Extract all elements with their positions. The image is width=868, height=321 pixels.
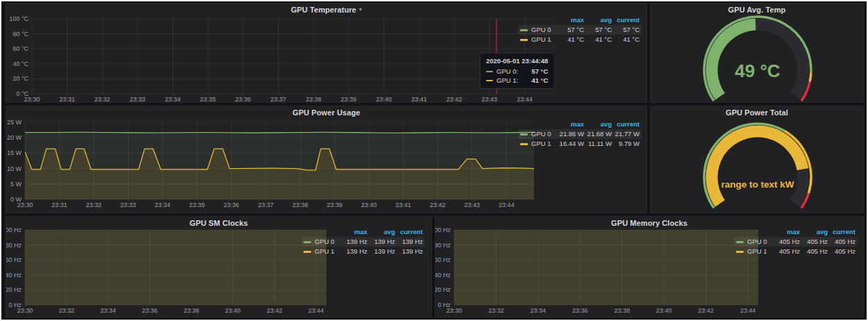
legend-value: 11.11 W [584, 140, 612, 147]
x-tick-label: 23:44 [499, 201, 515, 208]
series-color-dash [520, 39, 528, 41]
gpu-sm-clocks-chart[interactable]: 100 Hz80 Hz60 Hz40 Hz20 Hz0 Hz23:3023:32… [6, 217, 431, 317]
series-color-dash [303, 241, 311, 243]
legend-header-current[interactable]: current [612, 121, 640, 128]
y-tick-label: 40 Hz [435, 272, 451, 279]
legend-value: 405 Hz [772, 238, 800, 245]
tooltip-series-row: GPU 0:57 °C [486, 67, 548, 75]
x-tick-label: 23:41 [411, 96, 427, 103]
x-tick-label: 23:42 [267, 307, 283, 314]
legend-header-max[interactable]: max [772, 229, 800, 236]
panel-title-gpu-avg-temp[interactable]: GPU Avg. Temp [728, 6, 786, 14]
legend-row[interactable]: GPU 116.44 W11.11 W9.79 W [518, 139, 642, 149]
legend-header-max[interactable]: max [340, 229, 367, 236]
tooltip-series-row: GPU 1:41 °C [486, 76, 548, 84]
y-tick-label: 60 Hz [6, 256, 22, 263]
x-tick-label: 23:32 [94, 96, 110, 103]
series-color-dash [303, 251, 311, 253]
panel-gpu-avg-temp: GPU Avg. Temp 49 °C [650, 3, 864, 103]
y-tick-label: 20 Hz [6, 286, 22, 293]
legend-row[interactable]: GPU 021.86 W21.68 W21.77 W [518, 129, 642, 139]
x-tick-label: 23:30 [24, 96, 40, 103]
gauge-value-text: range to text kW [721, 179, 794, 190]
x-tick-label: 23:34 [165, 96, 181, 103]
panel-title-gpu-sm-clocks[interactable]: GPU SM Clocks [190, 219, 248, 227]
legend-header-current[interactable]: current [395, 229, 423, 236]
x-tick-label: 23:40 [656, 307, 672, 314]
series-color-dash [486, 80, 493, 81]
x-tick-label: 23:41 [396, 201, 412, 208]
x-tick-label: 23:35 [200, 96, 216, 103]
legend-value: 405 Hz [800, 248, 828, 255]
panel-header: GPU Temperature ▾ [6, 3, 646, 15]
legend-row[interactable]: GPU 057 °C57 °C57 °C [518, 25, 642, 35]
panel-header: GPU Power Usage [6, 106, 646, 118]
panel-header: GPU Power Total [651, 106, 863, 118]
panel-gpu-temperature: GPU Temperature ▾ 100 °C80 °C60 °C40 °C2… [6, 3, 647, 103]
legend-header-max[interactable]: max [556, 121, 584, 128]
legend-row[interactable]: GPU 0405 Hz405 Hz405 Hz [734, 237, 858, 247]
y-tick-label: 40 °C [12, 60, 28, 67]
legend-value: 139 Hz [395, 238, 423, 245]
legend-value: 41 °C [556, 36, 584, 43]
x-tick-label: 23:40 [361, 201, 377, 208]
series-color-dash [736, 251, 744, 253]
legend-row[interactable]: GPU 141 °C41 °C41 °C [518, 35, 642, 44]
panel-title-gpu-power-usage[interactable]: GPU Power Usage [292, 108, 360, 117]
y-tick-label: 60 °C [12, 45, 28, 52]
panel-header: GPU Avg. Temp [651, 3, 863, 15]
legend-value: 21.86 W [556, 131, 584, 138]
x-tick-label: 23:38 [183, 307, 199, 314]
grafana-dashboard: GPU Temperature ▾ 100 °C80 °C60 °C40 °C2… [1, 1, 867, 320]
legend-value: 139 Hz [340, 238, 367, 245]
legend-header-row: maxavgcurrent [518, 120, 642, 129]
legend-header-avg[interactable]: avg [800, 229, 828, 236]
legend-row[interactable]: GPU 0139 Hz139 Hz139 Hz [301, 237, 425, 247]
y-tick-label: 15 W [7, 149, 22, 156]
legend-header-avg[interactable]: avg [367, 229, 395, 236]
x-tick-label: 23:42 [430, 201, 446, 208]
panel-gpu-sm-clocks: GPU SM Clocks 100 Hz80 Hz60 Hz40 Hz20 Hz… [6, 216, 432, 318]
legend-series-name: GPU 0 [520, 131, 556, 138]
gpu-avg-temp-canvas: 49 °C [651, 3, 864, 103]
chevron-down-icon[interactable]: ▾ [359, 7, 362, 13]
x-tick-label: 23:40 [376, 96, 392, 103]
y-tick-label: 25 W [7, 119, 22, 126]
grid-lines [32, 19, 553, 94]
panel-gpu-power-usage: GPU Power Usage 25 W20 W15 W10 W5 W0 W23… [6, 106, 647, 213]
legend-header-avg[interactable]: avg [584, 121, 612, 128]
gpu-power-usage-chart[interactable]: 25 W20 W15 W10 W5 W0 W23:3023:3123:3223:… [6, 106, 646, 213]
x-tick-label: 23:34 [100, 307, 116, 314]
gpu-temperature-chart[interactable]: 100 °C80 °C60 °C40 °C20 °C0 °C23:3023:31… [6, 3, 646, 102]
x-tick-label: 23:42 [698, 307, 714, 314]
x-tick-label: 23:35 [189, 201, 205, 208]
x-tick-label: 23:33 [120, 201, 136, 208]
legend-series-name: GPU 0 [303, 238, 340, 245]
tooltip-value: 57 °C [521, 67, 548, 75]
legend-row[interactable]: GPU 1139 Hz139 Hz139 Hz [301, 247, 425, 256]
legend-value: 405 Hz [828, 248, 856, 255]
gpu-memory-clocks-chart[interactable]: 100 Hz80 Hz60 Hz40 Hz20 Hz0 Hz23:3023:32… [435, 217, 863, 317]
legend-value: 41 °C [584, 36, 612, 43]
x-tick-label: 23:36 [235, 96, 251, 103]
legend-header-max[interactable]: max [556, 17, 584, 24]
legend-value: 139 Hz [367, 248, 395, 255]
legend-row[interactable]: GPU 1405 Hz405 Hz405 Hz [734, 247, 858, 256]
x-tick-label: 23:30 [17, 307, 33, 314]
x-tick-label: 23:44 [308, 307, 324, 314]
series-color-dash [520, 133, 528, 135]
legend-header-avg[interactable]: avg [584, 17, 612, 24]
legend-value: 57 °C [556, 26, 584, 33]
panel-title-gpu-temperature[interactable]: GPU Temperature [291, 6, 356, 14]
legend-header-current[interactable]: current [828, 229, 856, 236]
legend-series-name: GPU 1 [520, 140, 556, 147]
panel-title-gpu-memory-clocks[interactable]: GPU Memory Clocks [611, 219, 687, 227]
legend-value: 139 Hz [367, 238, 395, 245]
legend-series-name: GPU 1 [303, 248, 340, 255]
y-tick-label: 40 Hz [6, 272, 22, 279]
legend-value: 9.79 W [612, 140, 640, 147]
legend-header-current[interactable]: current [612, 17, 640, 24]
panel-title-gpu-power-total[interactable]: GPU Power Total [726, 108, 788, 117]
x-tick-label: 23:43 [465, 201, 481, 208]
x-tick-label: 23:30 [17, 201, 33, 208]
